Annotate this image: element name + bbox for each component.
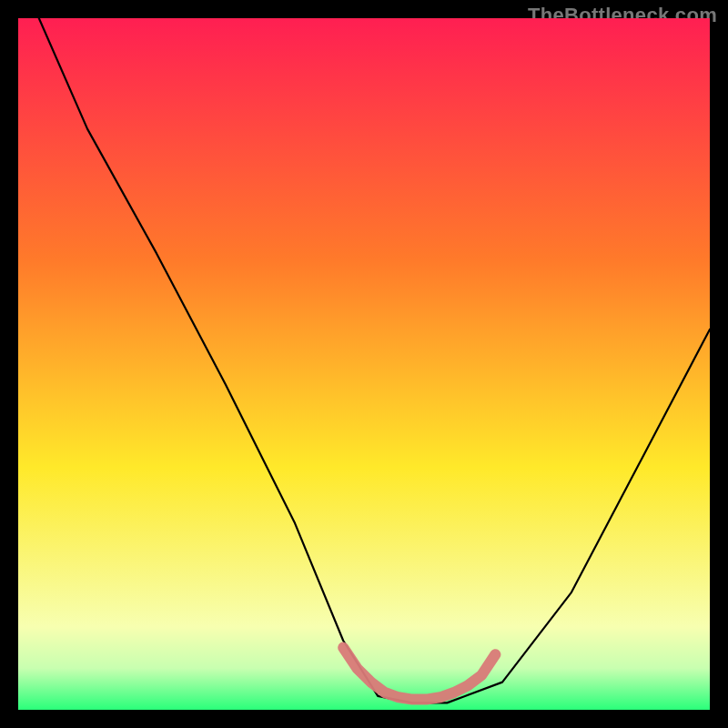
chart-svg	[18, 18, 710, 710]
bottleneck-chart	[18, 18, 710, 710]
chart-stage: TheBottleneck.com	[0, 0, 728, 728]
svg-rect-0	[18, 18, 710, 710]
